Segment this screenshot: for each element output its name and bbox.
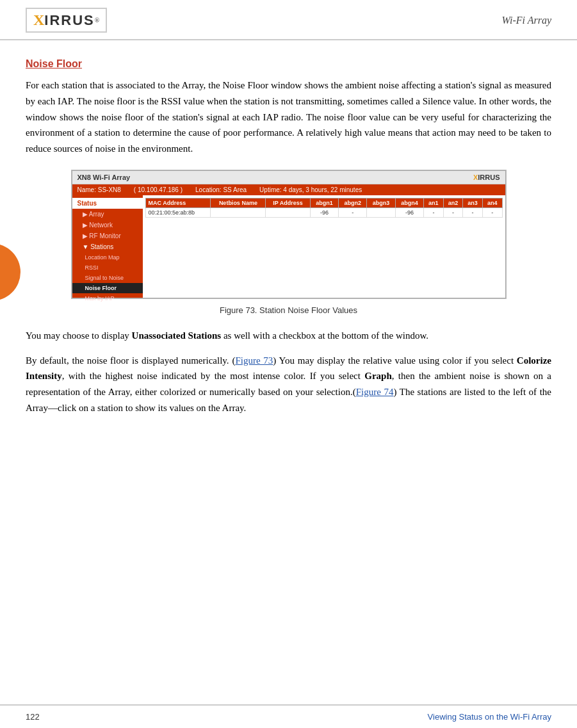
col-abgn4: abgn4 <box>395 198 423 207</box>
logo-registered: ® <box>95 17 100 24</box>
p3-part2: ) You may display the relative value usi… <box>273 355 517 366</box>
logo-area: XIRRUS® <box>26 8 107 33</box>
cell-abgn3 <box>367 207 395 217</box>
page-footer: 122 Viewing Status on the Wi-Fi Array <box>0 704 577 728</box>
col-an3: an3 <box>463 198 483 207</box>
mock-data-table: MAC Address Netbios Name IP Address abgn… <box>145 198 503 218</box>
p3-part3: , with the highest noise indicated by th… <box>62 371 365 381</box>
cell-ip <box>266 207 310 217</box>
sidebar-rssi: RSSI <box>72 263 143 273</box>
paragraph-2-text-after: as well with a checkbox at the bottom of… <box>221 330 428 341</box>
mock-location-label: Location: SS Area <box>195 186 247 193</box>
mock-sidebar: Status ▶ Array ▶ Network ▶ RF Monitor ▼ … <box>72 195 143 298</box>
sidebar-signal-noise: Signal to Noise <box>72 273 143 283</box>
paragraph-1: For each station that is associated to t… <box>26 77 551 157</box>
logo-box: XIRRUS® <box>26 8 107 33</box>
sidebar-max-iap: Max by IAP <box>72 293 143 303</box>
cell-netbios <box>211 207 266 217</box>
col-abgn3: abgn3 <box>367 198 395 207</box>
sidebar-status: Status <box>72 198 143 209</box>
col-an4: an4 <box>482 198 502 207</box>
footer-section-title: Viewing Status on the Wi-Fi Array <box>428 712 551 722</box>
sidebar-stations: ▼ Stations <box>72 241 143 252</box>
col-abgn1: abgn1 <box>310 198 338 207</box>
paragraph-2: You may choose to display Unassociated S… <box>26 328 551 344</box>
mock-uptime-label: Uptime: 4 days, 3 hours, 22 minutes <box>259 186 362 193</box>
logo-text: IRRUS <box>44 12 94 29</box>
header-title: Wi-Fi Array <box>502 15 551 26</box>
col-an2: an2 <box>443 198 463 207</box>
cell-an2: - <box>443 207 463 217</box>
sidebar-location-map: Location Map <box>72 252 143 263</box>
paragraph-2-text-before: You may choose to display <box>26 330 132 341</box>
mock-app-title: XN8 Wi-Fi Array <box>77 174 131 181</box>
sidebar-network: ▶ Network <box>72 220 143 231</box>
col-mac: MAC Address <box>145 198 211 207</box>
mock-top-bar: XN8 Wi-Fi Array XIRRUS <box>72 171 505 184</box>
cell-abgn4: -96 <box>395 207 423 217</box>
mock-logo: XIRRUS <box>473 174 500 181</box>
cell-an3: - <box>463 207 483 217</box>
table-row: 00:21:00:5e:ab:8b -96 - -96 - - - - <box>145 207 502 217</box>
screenshot-container: XN8 Wi-Fi Array XIRRUS Name: SS-XN8 ( 10… <box>71 170 507 299</box>
cell-mac: 00:21:00:5e:ab:8b <box>145 207 211 217</box>
p3-link2[interactable]: Figure 74 <box>356 387 394 397</box>
col-an1: an1 <box>424 198 444 207</box>
p3-part1: By default, the noise floor is displayed… <box>26 355 235 366</box>
cell-an4: - <box>482 207 502 217</box>
sidebar-array: ▶ Array <box>72 209 143 220</box>
footer-page-number: 122 <box>26 712 40 722</box>
cell-abgn1: -96 <box>310 207 338 217</box>
mock-screenshot: XN8 Wi-Fi Array XIRRUS Name: SS-XN8 ( 10… <box>72 170 506 298</box>
mock-info-bar: Name: SS-XN8 ( 10.100.47.186 ) Location:… <box>72 184 505 195</box>
mock-body: Status ▶ Array ▶ Network ▶ RF Monitor ▼ … <box>72 195 505 298</box>
sidebar-rf-monitor: ▶ RF Monitor <box>72 231 143 241</box>
col-netbios: Netbios Name <box>211 198 266 207</box>
p3-bold2: Graph <box>364 371 392 381</box>
mock-ip-label: ( 10.100.47.186 ) <box>134 186 183 193</box>
main-content: Noise Floor For each station that is ass… <box>0 40 577 438</box>
section-heading: Noise Floor <box>26 58 551 70</box>
paragraph-2-bold: Unassociated Stations <box>132 330 222 341</box>
p3-link1[interactable]: Figure 73 <box>235 355 273 366</box>
cell-an1: - <box>424 207 444 217</box>
logo-x-letter: X <box>33 12 44 29</box>
sidebar-noise-floor: Noise Floor <box>72 283 143 293</box>
paragraph-3: By default, the noise floor is displayed… <box>26 353 551 416</box>
cell-abgn2: - <box>339 207 367 217</box>
mock-name-label: Name: SS-XN8 <box>77 186 121 193</box>
page-header: XIRRUS® Wi-Fi Array <box>0 0 577 40</box>
col-ip: IP Address <box>266 198 310 207</box>
col-abgn2: abgn2 <box>339 198 367 207</box>
figure-caption: Figure 73. Station Noise Floor Values <box>26 305 551 315</box>
mock-main-area: MAC Address Netbios Name IP Address abgn… <box>143 195 505 298</box>
